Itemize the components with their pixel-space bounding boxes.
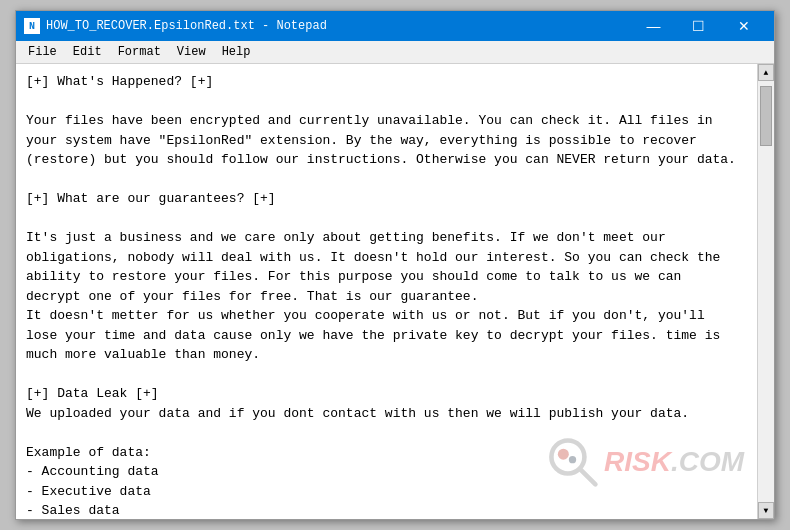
title-bar-left: N HOW_TO_RECOVER.EpsilonRed.txt - Notepa… bbox=[24, 18, 327, 34]
menu-view[interactable]: View bbox=[169, 43, 214, 61]
app-icon: N bbox=[24, 18, 40, 34]
scrollbar-track[interactable] bbox=[758, 81, 774, 502]
text-editor[interactable]: [+] What's Happened? [+] Your files have… bbox=[16, 64, 757, 519]
scroll-down-button[interactable]: ▼ bbox=[758, 502, 774, 519]
scrollbar-thumb[interactable] bbox=[760, 86, 772, 146]
content-area: [+] What's Happened? [+] Your files have… bbox=[16, 64, 774, 519]
notepad-window: N HOW_TO_RECOVER.EpsilonRed.txt - Notepa… bbox=[15, 10, 775, 520]
menu-edit[interactable]: Edit bbox=[65, 43, 110, 61]
menu-help[interactable]: Help bbox=[214, 43, 259, 61]
window-title: HOW_TO_RECOVER.EpsilonRed.txt - Notepad bbox=[46, 19, 327, 33]
scroll-up-button[interactable]: ▲ bbox=[758, 64, 774, 81]
close-button[interactable]: ✕ bbox=[721, 15, 766, 37]
window-controls: — ☐ ✕ bbox=[631, 15, 766, 37]
maximize-button[interactable]: ☐ bbox=[676, 15, 721, 37]
menu-file[interactable]: File bbox=[20, 43, 65, 61]
menu-bar: File Edit Format View Help bbox=[16, 41, 774, 64]
menu-format[interactable]: Format bbox=[110, 43, 169, 61]
minimize-button[interactable]: — bbox=[631, 15, 676, 37]
scrollbar[interactable]: ▲ ▼ bbox=[757, 64, 774, 519]
title-bar: N HOW_TO_RECOVER.EpsilonRed.txt - Notepa… bbox=[16, 11, 774, 41]
